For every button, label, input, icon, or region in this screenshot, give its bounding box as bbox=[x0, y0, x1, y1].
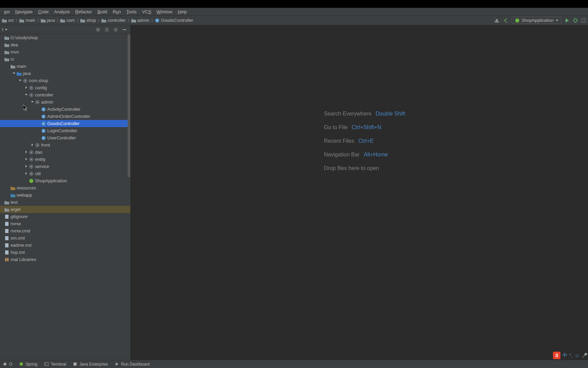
tree-item[interactable]: G:\study\shop bbox=[0, 34, 130, 41]
menu-vcs[interactable]: VCS bbox=[140, 9, 154, 14]
bottom-tab-spring[interactable]: Spring bbox=[19, 362, 37, 367]
svg-rect-44 bbox=[5, 236, 9, 240]
tree-item[interactable]: om.xml bbox=[0, 234, 130, 242]
menu-build[interactable]: Build bbox=[95, 9, 110, 14]
breadcrumb-main[interactable]: main bbox=[19, 18, 40, 23]
menu-window[interactable]: Window bbox=[154, 9, 175, 14]
spring-icon bbox=[515, 18, 520, 23]
hide-icon[interactable] bbox=[122, 27, 127, 32]
hint-row: Search EverywhereDouble Shift bbox=[324, 107, 405, 121]
build-icon[interactable] bbox=[494, 18, 500, 23]
menu-code[interactable]: Code bbox=[35, 9, 51, 14]
svg-point-9 bbox=[115, 29, 117, 31]
svg-rect-52 bbox=[74, 363, 77, 366]
menu-refactor[interactable]: Refactor bbox=[72, 9, 95, 14]
back-arrow-icon[interactable] bbox=[503, 18, 508, 23]
ime-emoji[interactable]: ☺ bbox=[575, 353, 579, 358]
sogou-icon[interactable]: S bbox=[553, 352, 560, 359]
tree-item[interactable]: ShopApplication bbox=[0, 177, 130, 184]
tree-item[interactable]: CUserController bbox=[0, 134, 130, 141]
run-config-selector[interactable]: ShopApplication bbox=[512, 17, 561, 24]
tree-item[interactable]: CLoginController bbox=[0, 127, 130, 134]
tree-item[interactable]: CGoodsController bbox=[0, 120, 130, 127]
svg-point-36 bbox=[31, 166, 32, 167]
hint-row: Go to FileCtrl+Shift+N bbox=[324, 121, 405, 134]
tree-item[interactable]: CActivityController bbox=[0, 106, 130, 113]
svg-point-12 bbox=[24, 80, 26, 81]
ime-mic[interactable]: 🎤 bbox=[582, 353, 587, 358]
scrollbar-thumb[interactable] bbox=[128, 34, 130, 177]
tree-item[interactable]: service bbox=[0, 163, 130, 170]
tree-item[interactable]: test bbox=[0, 199, 130, 206]
bottom-tab-o[interactable]: O bbox=[3, 362, 12, 367]
tree-item[interactable]: rc bbox=[0, 56, 130, 63]
tree-item[interactable]: resources bbox=[0, 184, 130, 191]
project-view-label[interactable]: t bbox=[2, 27, 3, 32]
svg-text:C: C bbox=[42, 122, 45, 125]
breadcrumb-com[interactable]: com bbox=[60, 18, 80, 23]
breadcrumb-admin[interactable]: admin bbox=[131, 18, 154, 23]
svg-rect-48 bbox=[7, 258, 9, 261]
tree-item[interactable]: java bbox=[0, 70, 130, 77]
debug-button-icon[interactable] bbox=[573, 18, 578, 23]
bottom-tab-java-enterprise[interactable]: Java Enterprise bbox=[73, 362, 108, 367]
svg-text:C: C bbox=[42, 136, 45, 140]
tree-item[interactable]: arget bbox=[0, 206, 130, 213]
breadcrumb-goodscontroller[interactable]: CGoodsController bbox=[154, 18, 194, 23]
project-tree[interactable]: G:\study\shopdeamvnrcmainjavacom.shopcon… bbox=[0, 34, 130, 360]
chevron-down-icon bbox=[556, 19, 558, 22]
breadcrumb-java[interactable]: java bbox=[40, 18, 60, 23]
run-button-icon[interactable] bbox=[565, 18, 570, 23]
menu-tools[interactable]: Tools bbox=[124, 9, 139, 14]
ime-punct[interactable]: °, bbox=[569, 353, 573, 358]
svg-text:C: C bbox=[42, 129, 45, 133]
tree-item[interactable]: nvnw bbox=[0, 220, 130, 227]
svg-text:C: C bbox=[42, 108, 45, 111]
svg-point-4 bbox=[515, 18, 519, 22]
bottom-tab-terminal[interactable]: Terminal bbox=[44, 362, 66, 367]
collapse-icon[interactable] bbox=[104, 27, 109, 32]
breadcrumb-shop[interactable]: shop bbox=[80, 18, 101, 23]
project-header: t bbox=[0, 25, 130, 34]
editor-area[interactable]: Search EverywhereDouble ShiftGo to FileC… bbox=[131, 25, 588, 360]
gear-icon[interactable] bbox=[113, 27, 118, 32]
tree-item[interactable]: mvn bbox=[0, 48, 130, 56]
hint-row: Navigation BarAlt+Home bbox=[324, 148, 405, 162]
svg-rect-3 bbox=[496, 19, 498, 21]
tree-item[interactable]: config bbox=[0, 84, 130, 91]
tree-item[interactable]: front bbox=[0, 141, 130, 149]
menu-run[interactable]: Run bbox=[110, 9, 124, 14]
tree-item[interactable]: nvnw.cmd bbox=[0, 227, 130, 234]
chevron-down-icon[interactable] bbox=[5, 28, 7, 31]
tree-item[interactable]: dea bbox=[0, 41, 130, 48]
svg-text:C: C bbox=[42, 115, 45, 118]
tree-item[interactable]: admin bbox=[0, 98, 130, 106]
tree-item[interactable]: main bbox=[0, 63, 130, 70]
ime-lang[interactable]: 中 bbox=[562, 352, 567, 358]
tree-item[interactable]: com.shop bbox=[0, 77, 130, 84]
navigation-bar: srcmainjavacomshopcontrolleradminCGoodsC… bbox=[0, 15, 588, 25]
tree-item[interactable]: rnal Libraries bbox=[0, 256, 130, 263]
tree-item[interactable]: hop.iml bbox=[0, 249, 130, 256]
tree-item[interactable]: util bbox=[0, 170, 130, 177]
tree-item[interactable]: entity bbox=[0, 156, 130, 163]
tree-item[interactable]: controller bbox=[0, 91, 130, 98]
tree-item[interactable]: webapp bbox=[0, 191, 130, 199]
more-icon[interactable] bbox=[581, 18, 586, 23]
svg-point-18 bbox=[37, 102, 38, 103]
svg-point-38 bbox=[31, 173, 32, 174]
menu-help[interactable]: Help bbox=[175, 9, 190, 14]
menu-navigate[interactable]: Navigate bbox=[13, 9, 35, 14]
tree-item[interactable]: eadme.md bbox=[0, 242, 130, 249]
svg-point-32 bbox=[31, 152, 32, 153]
tree-item[interactable]: CAdminOrderController bbox=[0, 113, 130, 120]
breadcrumb-controller[interactable]: controller bbox=[101, 18, 130, 23]
bottom-tab-run-dashboard[interactable]: Run Dashboard bbox=[115, 362, 150, 367]
tree-item[interactable]: dao bbox=[0, 149, 130, 156]
tree-item[interactable]: gitignore bbox=[0, 213, 130, 220]
menu-ew[interactable]: ew bbox=[1, 9, 13, 14]
svg-point-50 bbox=[20, 363, 23, 366]
target-icon[interactable] bbox=[96, 27, 100, 32]
breadcrumb-src[interactable]: src bbox=[1, 18, 19, 23]
menu-analyze[interactable]: Analyze bbox=[51, 9, 72, 14]
